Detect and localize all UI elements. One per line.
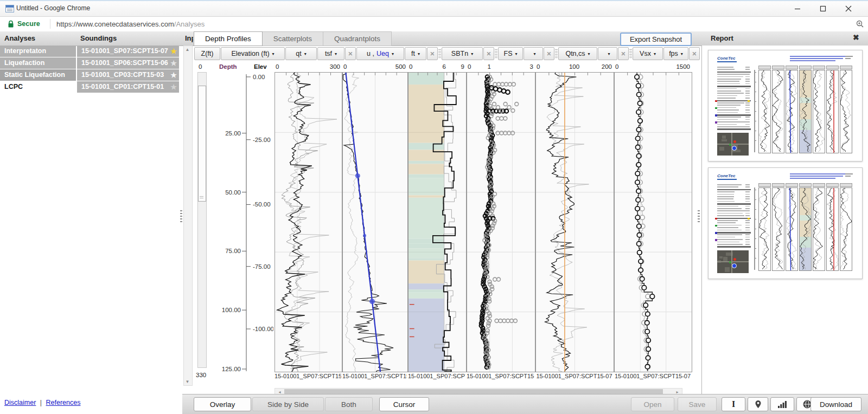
star-icon[interactable]: ★ xyxy=(170,81,177,93)
analysis-item[interactable]: Liquefaction xyxy=(0,57,76,69)
analyses-list: InterpretatonLiquefactionStatic Liquefac… xyxy=(0,46,76,93)
close-button[interactable] xyxy=(837,1,860,16)
svg-text:-25.00: -25.00 xyxy=(253,137,271,143)
z-slider-thumb[interactable] xyxy=(198,86,206,202)
view-mode-cursor[interactable]: Cursor xyxy=(379,397,429,411)
save-button[interactable]: Save xyxy=(678,397,717,411)
url-divider xyxy=(50,19,50,29)
sounding-item[interactable]: 15-01001_CP01:CPT15-01★ xyxy=(77,81,179,93)
svg-text:-100.00: -100.00 xyxy=(253,326,273,332)
chevron-down-icon: ▾ xyxy=(418,51,420,56)
plot-fs[interactable] xyxy=(467,72,535,372)
chevron-down-icon: ▾ xyxy=(304,51,307,56)
report-thumbnail[interactable]: ConeTec xyxy=(708,50,863,161)
remove-column-icon[interactable]: ✕ xyxy=(618,47,629,60)
scroll-down-icon[interactable]: ▼ xyxy=(184,379,191,384)
star-icon[interactable]: ★ xyxy=(170,46,177,57)
depth-axis-caption: Depth xyxy=(219,63,237,70)
plot-vsx[interactable] xyxy=(614,72,692,372)
view-mode-both[interactable]: Both xyxy=(325,397,373,411)
chart-bars-button[interactable] xyxy=(770,397,794,411)
scroll-up-icon[interactable]: ▲ xyxy=(184,47,191,52)
download-button[interactable]: Download xyxy=(810,397,861,411)
sounding-item[interactable]: 15-01001_SP06:SCPT15-06★ xyxy=(77,57,179,69)
location-pin-button[interactable] xyxy=(748,397,768,411)
svg-text:100.00: 100.00 xyxy=(222,307,241,313)
svg-text:25.00: 25.00 xyxy=(225,130,241,137)
remove-column-icon[interactable]: ✕ xyxy=(544,47,554,60)
column-header-dropdown[interactable]: ▾ xyxy=(598,47,617,60)
column-header-dropdown[interactable]: ▾ xyxy=(524,47,543,60)
open-button[interactable]: Open xyxy=(631,397,674,411)
report-thumbnail[interactable]: ConeTec xyxy=(708,167,863,279)
remove-column-icon[interactable]: ✕ xyxy=(483,47,494,60)
sounding-item[interactable]: 15-01001_SP07:SCPT15-07★ xyxy=(77,46,179,57)
plot-qtncs[interactable] xyxy=(535,72,614,372)
chevron-down-icon: ▾ xyxy=(335,51,337,56)
minimize-button[interactable] xyxy=(786,1,809,16)
panel-splitter[interactable] xyxy=(180,210,182,222)
references-link[interactable]: References xyxy=(46,399,81,406)
inputs-panel-scrollbar[interactable]: ▲ ▼ xyxy=(183,46,193,386)
analysis-item[interactable]: LCPC xyxy=(0,81,76,93)
column-header-vsx[interactable]: Vsx▾ xyxy=(633,47,663,60)
plot-sbtn[interactable] xyxy=(408,72,467,372)
zoom-page-icon[interactable] xyxy=(856,20,864,30)
axis-label: 0 xyxy=(343,63,347,70)
axis-label: 6 xyxy=(443,63,446,70)
maximize-button[interactable] xyxy=(811,1,835,16)
disclaimer-link[interactable]: Disclaimer xyxy=(4,399,36,406)
column-drag-handle[interactable] xyxy=(555,49,558,58)
column-header-qtn-cs[interactable]: Qtn,cs▾ xyxy=(558,47,597,60)
svg-text:-75.00: -75.00 xyxy=(253,263,271,270)
view-mode-side-by-side[interactable]: Side by Side xyxy=(252,397,324,411)
analysis-item[interactable]: Interpretaton xyxy=(0,46,76,57)
axis-label: 0 xyxy=(468,63,471,70)
remove-column-icon[interactable]: ✕ xyxy=(427,47,438,60)
column-drag-handle[interactable] xyxy=(629,49,632,58)
z-range-slider[interactable] xyxy=(197,72,207,368)
tab-scatterplots[interactable]: Scatterplots xyxy=(263,31,323,46)
chart-bars-icon xyxy=(778,400,787,408)
remove-column-icon[interactable]: ✕ xyxy=(689,47,700,60)
axis-label: 9 xyxy=(461,63,464,70)
url-text[interactable]: https://www.conetecdataservices.com/Anal… xyxy=(56,20,205,28)
tab-quadrantplots[interactable]: Quadrantplots xyxy=(323,31,392,46)
star-icon[interactable]: ★ xyxy=(170,57,177,69)
sounding-item[interactable]: 15-01001_CP03:CPT15-03★ xyxy=(77,69,179,81)
axis-label: 0 xyxy=(537,63,540,70)
axis-label: 1 xyxy=(487,63,490,70)
view-mode-overlay[interactable]: Overlay xyxy=(194,397,251,411)
chevron-down-icon: ▾ xyxy=(392,51,394,56)
report-close-icon[interactable]: ✖ xyxy=(853,33,859,42)
plot-qt[interactable] xyxy=(275,72,342,372)
column-header-qt[interactable]: qt▾ xyxy=(285,47,317,60)
plot-sounding-label: 15-01001_SP07:SCPT15-07 xyxy=(342,373,407,380)
column-header-elevation-ft-[interactable]: Elevation (ft)▾ xyxy=(221,47,285,60)
column-drag-handle[interactable] xyxy=(438,49,441,58)
plot-column-headers: Z(ft)Elevation (ft)▾qt▾tsf▾✕u ,Ueq▾ft▾✕S… xyxy=(194,47,700,61)
star-icon[interactable]: ★ xyxy=(170,69,177,81)
panel-splitter[interactable] xyxy=(698,210,700,222)
svg-text:125.00: 125.00 xyxy=(222,366,241,371)
column-header-fps[interactable]: fps▾ xyxy=(663,47,688,60)
column-header-ft[interactable]: ft▾ xyxy=(405,47,426,60)
plot-u[interactable] xyxy=(342,72,408,372)
column-header-tsf[interactable]: tsf▾ xyxy=(317,47,344,60)
tab-depth-profiles[interactable]: Depth Profiles xyxy=(194,31,263,46)
axis-label: 0 xyxy=(276,63,279,70)
analysis-item[interactable]: Static Liquefaction xyxy=(0,69,76,81)
browser-address-bar[interactable]: Secure https://www.conetecdataservices.c… xyxy=(0,17,868,32)
column-header-u-[interactable]: u ,Ueq▾ xyxy=(356,47,404,60)
chevron-down-icon: ▾ xyxy=(588,51,590,56)
remove-column-icon[interactable]: ✕ xyxy=(345,47,356,60)
z-slider-bottom-label: 330 xyxy=(196,372,206,378)
column-header-sbtn[interactable]: SBTn▾ xyxy=(442,47,483,60)
plot-sounding-label: 15-01001_SP07:SCPT15-07 xyxy=(467,373,534,380)
export-snapshot-button[interactable]: Export Snapshot xyxy=(620,33,692,46)
scrollbar-thumb[interactable] xyxy=(284,389,663,394)
text-tool-button[interactable]: I xyxy=(722,397,745,411)
column-drag-handle[interactable] xyxy=(495,49,497,58)
column-header-z-ft-[interactable]: Z(ft) xyxy=(194,47,220,60)
column-header-fs[interactable]: FS▾ xyxy=(498,47,523,60)
